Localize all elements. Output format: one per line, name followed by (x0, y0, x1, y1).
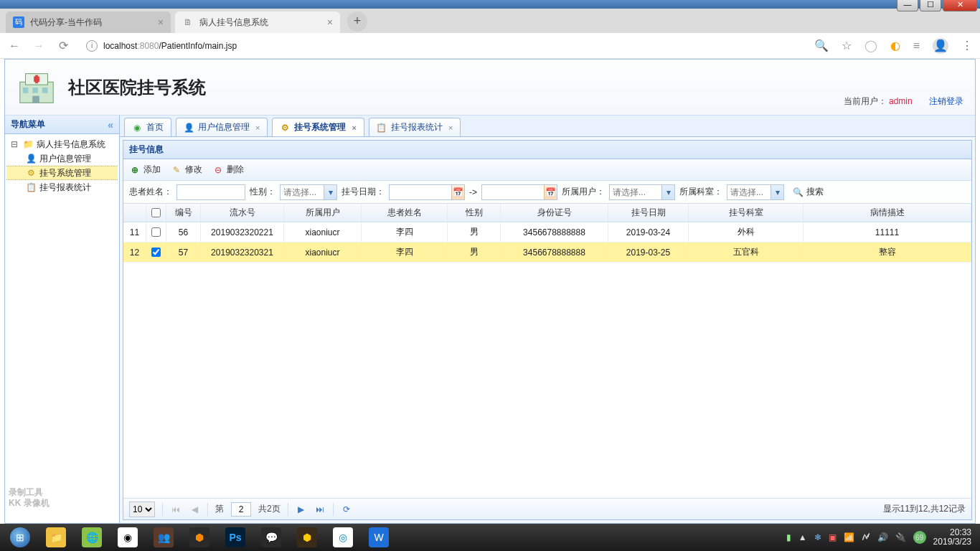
delete-button[interactable]: ⊖ 删除 (212, 164, 244, 176)
calendar-icon[interactable]: 📅 (544, 185, 557, 199)
taskbar-app[interactable]: 📁 (39, 525, 73, 550)
col-dept[interactable]: 挂号科室 (689, 204, 804, 222)
sex-select[interactable]: ▾ (280, 184, 337, 200)
table-row[interactable]: 12572019032320321xiaoniucr李四男34566788888… (123, 242, 971, 263)
col-desc[interactable]: 病情描述 (804, 204, 971, 222)
taskbar-wechat[interactable]: 💬 (254, 525, 288, 550)
taskbar-wps[interactable]: W (362, 525, 396, 550)
menu-icon[interactable]: ⋮ (961, 39, 973, 52)
tree-root[interactable]: ⊟ 📁 病人挂号信息系统 (6, 137, 118, 151)
row-checkbox[interactable] (151, 227, 161, 237)
sidebar-item-userinfo[interactable]: 👤 用户信息管理 (6, 151, 118, 166)
window-minimize-button[interactable]: — (897, 0, 918, 11)
reload-button[interactable]: ⟳ (56, 39, 70, 52)
close-icon[interactable]: × (448, 123, 453, 132)
taskbar-app[interactable]: ◎ (326, 525, 360, 550)
window-close-button[interactable]: ✕ (943, 0, 977, 11)
taskbar-app[interactable]: 👥 (146, 525, 181, 550)
tray-icon[interactable]: ▮ (786, 532, 791, 542)
logout-link[interactable]: 注销登录 (929, 96, 963, 106)
taskbar-app[interactable]: ⬢ (182, 525, 217, 550)
taskbar-app[interactable]: ⬢ (290, 525, 324, 550)
col-user[interactable]: 所属用户 (284, 204, 362, 222)
close-icon[interactable]: × (255, 123, 260, 132)
address-bar[interactable]: i localhost:8080/PatientInfo/main.jsp (80, 37, 804, 55)
cell-checkbox[interactable] (146, 242, 166, 262)
row-checkbox[interactable] (151, 248, 161, 257)
bookmark-icon[interactable]: ☆ (842, 39, 852, 52)
page-total: 共2页 (258, 503, 281, 515)
col-name[interactable]: 患者姓名 (362, 204, 448, 222)
tray-icon[interactable]: ❄ (814, 532, 821, 542)
tab-userinfo[interactable]: 👤 用户信息管理 × (176, 118, 268, 136)
browser-tab-1[interactable]: 🗎 病人挂号信息系统 × (175, 11, 340, 33)
owner-select[interactable]: ▾ (609, 184, 675, 200)
close-icon[interactable]: × (158, 17, 164, 28)
back-button[interactable]: ← (7, 39, 22, 52)
sidebar-item-report[interactable]: 📋 挂号报表统计 (6, 180, 118, 194)
select-all-checkbox[interactable] (151, 208, 161, 217)
cell-checkbox[interactable] (146, 222, 166, 242)
date-from-input[interactable]: 📅 (389, 184, 465, 200)
col-date[interactable]: 挂号日期 (608, 204, 689, 222)
search-icon[interactable]: 🔍 (814, 39, 829, 52)
add-button[interactable]: ⊕ 添加 (129, 164, 161, 176)
tray-icon[interactable]: ▣ (829, 532, 837, 542)
cell-idno: 3456678888888 (501, 222, 608, 242)
pagesize-select[interactable]: 10 (129, 501, 155, 517)
taskbar-chrome[interactable]: ◉ (110, 525, 145, 550)
system-tray[interactable]: ▮ ▲ ❄ ▣ 📶 🗲 🔊 🔌 69 20:33 2019/3/23 (786, 528, 977, 547)
battery-icon[interactable]: 🗲 (862, 532, 870, 542)
refresh-button[interactable]: ⟳ (341, 504, 352, 514)
tab-home[interactable]: ◉ 首页 (124, 118, 171, 136)
chevron-down-icon[interactable]: ▾ (661, 185, 674, 199)
tray-icon[interactable]: ▲ (798, 532, 807, 542)
taskbar-photoshop[interactable]: Ps (218, 525, 253, 550)
sidebar-item-register[interactable]: ⚙ 挂号系统管理 (6, 166, 118, 180)
col-id[interactable]: 编号 (166, 204, 201, 222)
sex-select-input[interactable] (281, 185, 324, 199)
prev-page-button[interactable]: ◀ (189, 504, 200, 514)
tray-icon[interactable]: 🔌 (895, 532, 906, 542)
taskbar-clock[interactable]: 20:33 2019/3/23 (933, 528, 971, 547)
tray-badge[interactable]: 69 (913, 531, 926, 544)
window-maximize-button[interactable]: ☐ (920, 0, 941, 11)
col-sex[interactable]: 性别 (448, 204, 501, 222)
volume-icon[interactable]: 🔊 (877, 532, 888, 542)
wifi-icon[interactable]: 📶 (844, 532, 854, 542)
new-tab-button[interactable]: + (347, 11, 367, 32)
date-to-input[interactable]: 📅 (481, 184, 557, 200)
panel-title: 挂号信息 (123, 141, 971, 159)
close-icon[interactable]: × (327, 17, 333, 28)
browser-tab-0[interactable]: 码 代码分享-当牛作码 × (6, 11, 171, 33)
page-input[interactable] (231, 502, 251, 517)
tab-register[interactable]: ⚙ 挂号系统管理 × (272, 118, 364, 136)
start-button[interactable]: ⊞ (3, 525, 37, 550)
first-page-button[interactable]: ⏮ (170, 504, 182, 514)
taskbar-app[interactable]: 🌐 (75, 525, 109, 550)
tab-report[interactable]: 📋 挂号报表统计 × (369, 118, 461, 136)
col-idno[interactable]: 身份证号 (501, 204, 608, 222)
chevron-down-icon[interactable]: ▾ (324, 185, 336, 199)
table-row[interactable]: 11562019032320221xiaoniucr李四男34566788888… (123, 222, 971, 242)
profile-avatar-icon[interactable]: 👤 (933, 38, 948, 54)
site-info-icon[interactable]: i (86, 40, 98, 52)
chevron-down-icon[interactable]: ▾ (771, 185, 783, 199)
forward-button[interactable]: → (32, 39, 46, 52)
collapse-icon[interactable]: « (108, 119, 113, 131)
col-checkbox[interactable] (146, 204, 166, 222)
edit-button[interactable]: ✎ 修改 (171, 164, 202, 176)
extension-icon[interactable]: ◯ (864, 39, 877, 52)
last-page-button[interactable]: ⏭ (314, 504, 326, 514)
extension-icon[interactable]: ◐ (890, 39, 900, 52)
calendar-icon[interactable]: 📅 (451, 185, 464, 199)
search-button[interactable]: 🔍 搜索 (793, 186, 824, 198)
tree-toggle-icon[interactable]: ⊟ (9, 139, 19, 149)
extension-icon[interactable]: ≡ (913, 39, 920, 52)
patient-name-input[interactable] (176, 184, 245, 200)
page-label: 第 (215, 503, 224, 515)
dept-select[interactable]: ▾ (727, 184, 784, 200)
col-serial[interactable]: 流水号 (201, 204, 284, 222)
close-icon[interactable]: × (352, 123, 356, 132)
next-page-button[interactable]: ▶ (296, 504, 307, 514)
